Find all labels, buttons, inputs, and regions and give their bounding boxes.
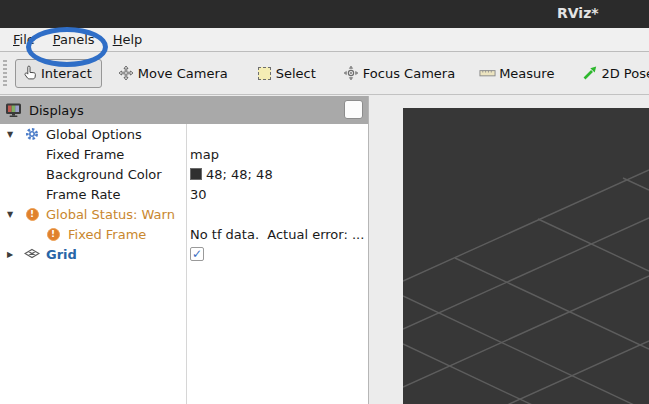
gear-icon: [24, 126, 40, 142]
tree-row-fixed-frame-warning[interactable]: ! Fixed Frame No tf data. Actual error: …: [0, 224, 368, 244]
interact-tool-button[interactable]: Interact: [15, 59, 102, 88]
frame-rate-value[interactable]: 30: [190, 187, 364, 202]
rviz-window: RViz* File Panels Help Interact Move Cam…: [0, 0, 649, 404]
row-label: Background Color: [46, 167, 162, 182]
menu-file[interactable]: File: [4, 30, 44, 49]
measure-tool-label: Measure: [499, 66, 554, 81]
menu-help[interactable]: Help: [104, 30, 152, 49]
focus-camera-tool-label: Focus Camera: [363, 66, 455, 81]
warning-icon: !: [24, 206, 40, 222]
grid-enabled-cell: ✓: [190, 247, 364, 261]
displays-panel-header[interactable]: Displays: [0, 96, 368, 124]
background-color-value[interactable]: 48; 48; 48: [190, 167, 364, 182]
title-bar: RViz*: [0, 0, 649, 28]
tree-row-grid[interactable]: ▶ Grid ✓: [0, 244, 368, 264]
chevron-right-icon[interactable]: ▶: [4, 250, 16, 259]
ruler-icon: [479, 65, 496, 82]
measure-tool-button[interactable]: Measure: [479, 65, 554, 82]
grid-icon: [24, 246, 40, 262]
fixed-frame-value[interactable]: map: [190, 147, 364, 162]
hand-cursor-icon: [21, 65, 38, 82]
move-arrows-icon: [118, 65, 135, 82]
panel-float-button[interactable]: [344, 100, 363, 119]
tree-row-global-options[interactable]: ▼ Global Options: [0, 124, 368, 144]
menu-bar: File Panels Help: [0, 28, 649, 52]
green-arrow-icon: [581, 65, 598, 82]
render-viewport[interactable]: [403, 108, 649, 404]
move-camera-tool-button[interactable]: Move Camera: [118, 65, 228, 82]
pose-estimate-tool-label: 2D Pose Esti: [601, 66, 649, 81]
monitor-icon: [5, 102, 22, 118]
focus-camera-tool-button[interactable]: Focus Camera: [343, 65, 455, 82]
displays-tree: ▼ Global Options Fixed Frame map Backgro…: [0, 124, 368, 404]
row-label: Fixed Frame: [46, 147, 124, 162]
tf-error-value: No tf data. Actual error: ...: [190, 227, 364, 242]
ground-grid: [403, 108, 649, 404]
chevron-down-icon[interactable]: ▼: [4, 210, 16, 219]
tree-row-background-color[interactable]: Background Color 48; 48; 48: [0, 164, 368, 184]
row-label: Global Status: Warn: [46, 207, 175, 222]
row-label: Fixed Frame: [68, 227, 146, 242]
warning-icon: !: [45, 226, 61, 242]
grid-enabled-checkbox[interactable]: ✓: [190, 247, 204, 261]
menu-panels[interactable]: Panels: [44, 30, 104, 49]
interact-tool-label: Interact: [41, 66, 92, 81]
tree-row-frame-rate[interactable]: Frame Rate 30: [0, 184, 368, 204]
color-value-text: 48; 48; 48: [206, 167, 273, 182]
color-swatch: [190, 168, 202, 180]
window-title: RViz*: [557, 5, 599, 21]
toolbar: Interact Move Camera Select Focus Camera…: [0, 52, 649, 95]
chevron-down-icon[interactable]: ▼: [4, 130, 16, 139]
displays-panel: Displays ▼ Global Options Fixed Frame ma…: [0, 96, 369, 404]
displays-panel-title: Displays: [29, 103, 84, 118]
row-label: Global Options: [46, 127, 142, 142]
toolbar-drag-handle[interactable]: [3, 60, 7, 86]
select-tool-button[interactable]: Select: [256, 65, 316, 82]
selection-box-icon: [256, 65, 273, 82]
move-camera-tool-label: Move Camera: [138, 66, 228, 81]
row-label: Frame Rate: [46, 187, 120, 202]
row-label: Grid: [46, 247, 77, 262]
tree-row-fixed-frame[interactable]: Fixed Frame map: [0, 144, 368, 164]
select-tool-label: Select: [276, 66, 316, 81]
crosshair-icon: [343, 65, 360, 82]
tree-row-global-status[interactable]: ▼ ! Global Status: Warn: [0, 204, 368, 224]
pose-estimate-tool-button[interactable]: 2D Pose Esti: [581, 65, 649, 82]
